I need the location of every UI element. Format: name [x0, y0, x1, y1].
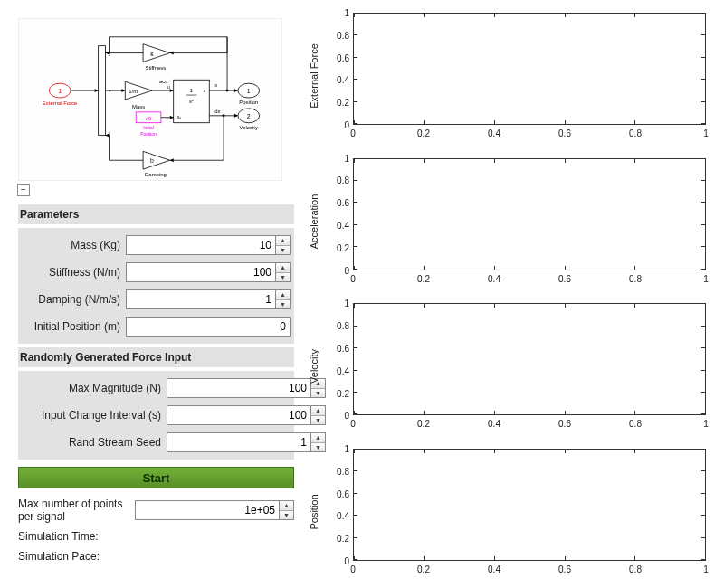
maxpts-spin-up[interactable]: ▲: [280, 501, 293, 511]
chart-velocity: Velocity 00.20.40.60.81 00.20.40.60.81: [303, 299, 715, 433]
simulink-diagram-svg: 1 External Force k Stiffness 1/: [19, 19, 281, 180]
svg-text:-: -: [109, 52, 110, 58]
chart-position: Position 00.20.40.60.81 00.20.40.60.81: [303, 445, 715, 579]
seed-input[interactable]: [167, 432, 311, 452]
max-magnitude-input[interactable]: [167, 378, 311, 398]
svg-text:x: x: [214, 82, 217, 88]
chart-xticks: 00.20.40.60.81: [353, 564, 706, 577]
svg-marker-22: [170, 89, 174, 92]
force-header: Randomly Generated Force Input: [18, 347, 294, 367]
mass-spin-up[interactable]: ▲: [276, 236, 290, 246]
max-magnitude-row: Max Magnitude (N) ▲▼: [22, 375, 291, 402]
svg-text:1: 1: [58, 88, 62, 94]
start-button[interactable]: Start: [18, 467, 294, 488]
svg-text:External Force: External Force: [43, 100, 78, 106]
svg-text:+: +: [109, 88, 112, 93]
svg-text:x0: x0: [146, 116, 152, 121]
charts-column: External Force 00.20.40.60.81 00.20.40.6…: [303, 0, 724, 588]
svg-text:Stiffness: Stiffness: [146, 65, 167, 71]
svg-text:x₀: x₀: [177, 115, 181, 119]
svg-text:Position: Position: [140, 132, 157, 137]
damping-input[interactable]: [126, 289, 276, 309]
maxpts-spin-down[interactable]: ▼: [280, 511, 293, 520]
damping-spin-down[interactable]: ▼: [276, 300, 290, 309]
svg-text:acc: acc: [159, 79, 167, 84]
chart-ylabel: Acceleration: [309, 176, 319, 267]
svg-text:2: 2: [247, 113, 251, 119]
max-points-input[interactable]: [135, 500, 280, 520]
mass-row: Mass (Kg) ▲▼: [22, 232, 291, 259]
svg-text:Mass: Mass: [132, 104, 145, 109]
svg-marker-19: [121, 89, 125, 92]
chart-yticks: 00.20.40.60.81: [326, 158, 351, 270]
parameters-header: Parameters: [18, 204, 294, 224]
interval-input[interactable]: [167, 405, 311, 425]
svg-text:Velocity: Velocity: [240, 125, 258, 130]
initial-position-row: Initial Position (m): [22, 313, 291, 340]
svg-text:1/m: 1/m: [129, 89, 138, 94]
initial-position-label: Initial Position (m): [22, 320, 126, 333]
svg-text:Initial: Initial: [143, 126, 154, 130]
interval-row: Input Change Interval (s) ▲▼: [22, 402, 291, 429]
svg-text:s²: s²: [189, 99, 194, 104]
stiffness-row: Stiffness (N/m) ▲▼: [22, 259, 291, 286]
svg-marker-6: [143, 44, 170, 62]
chart-plot-area[interactable]: [353, 158, 706, 270]
chart-ylabel: External Force: [309, 31, 319, 121]
svg-marker-35: [234, 114, 238, 118]
svg-text:1: 1: [190, 88, 193, 93]
seed-row: Rand Stream Seed ▲▼: [22, 429, 291, 456]
svg-text:b: b: [150, 157, 154, 164]
chart-xticks: 00.20.40.60.81: [353, 274, 706, 287]
max-points-row: Max number of points per signal ▲▼: [18, 498, 294, 523]
stiffness-label: Stiffness (N/m): [22, 266, 126, 279]
svg-text:Position: Position: [239, 100, 258, 105]
chart-ylabel: Velocity: [309, 321, 319, 412]
stiffness-input[interactable]: [126, 262, 276, 282]
chart-yticks: 00.20.40.60.81: [326, 303, 351, 415]
chart-xticks: 00.20.40.60.81: [353, 419, 706, 432]
svg-text:dx: dx: [214, 109, 220, 114]
svg-marker-5: [95, 89, 99, 92]
model-diagram: 1 External Force k Stiffness 1/: [18, 18, 282, 181]
svg-text:u: u: [167, 85, 170, 90]
max-points-spinner[interactable]: ▲▼: [280, 500, 294, 520]
damping-spinner[interactable]: ▲▼: [276, 289, 291, 309]
chart-yticks: 00.20.40.60.81: [326, 13, 351, 125]
chart-ylabel: Position: [309, 467, 319, 557]
svg-text:-: -: [109, 129, 110, 135]
chart-xticks: 00.20.40.60.81: [353, 128, 706, 141]
stiffness-spin-up[interactable]: ▲: [276, 263, 290, 273]
svg-marker-47: [170, 116, 174, 119]
chart-external-force: External Force 00.20.40.60.81 00.20.40.6…: [303, 9, 715, 143]
sim-time-label: Simulation Time:: [18, 530, 294, 543]
mass-input[interactable]: [126, 235, 276, 255]
mass-spin-down[interactable]: ▼: [276, 246, 290, 255]
damping-row: Damping (N/m/s) ▲▼: [22, 286, 291, 313]
chart-plot-area[interactable]: [353, 13, 706, 125]
chart-acceleration: Acceleration 00.20.40.60.81 00.20.40.60.…: [303, 155, 715, 289]
svg-marker-61: [170, 52, 174, 55]
max-magnitude-label: Max Magnitude (N): [22, 382, 167, 394]
chart-yticks: 00.20.40.60.81: [326, 449, 351, 561]
svg-marker-67: [170, 158, 174, 162]
collapse-diagram-button[interactable]: −: [17, 184, 30, 196]
svg-marker-32: [234, 89, 238, 92]
parameters-panel: Mass (Kg) ▲▼ Stiffness (N/m) ▲▼ Damping …: [18, 228, 294, 344]
mass-label: Mass (Kg): [22, 239, 126, 251]
initial-position-input[interactable]: [126, 317, 291, 337]
force-panel: Max Magnitude (N) ▲▼ Input Change Interv…: [18, 371, 294, 460]
stiffness-spinner[interactable]: ▲▼: [276, 262, 291, 282]
mass-spinner[interactable]: ▲▼: [276, 235, 291, 255]
svg-rect-0: [99, 46, 106, 136]
damping-spin-up[interactable]: ▲: [276, 290, 290, 300]
svg-text:Damping: Damping: [145, 172, 167, 177]
max-points-label: Max number of points per signal: [18, 498, 126, 523]
seed-label: Rand Stream Seed: [22, 436, 167, 449]
sim-pace-label: Simulation Pace:: [18, 550, 294, 563]
svg-marker-48: [143, 151, 170, 169]
chart-plot-area[interactable]: [353, 449, 706, 561]
stiffness-spin-down[interactable]: ▼: [276, 273, 290, 282]
svg-text:1: 1: [247, 88, 251, 94]
chart-plot-area[interactable]: [353, 303, 706, 415]
